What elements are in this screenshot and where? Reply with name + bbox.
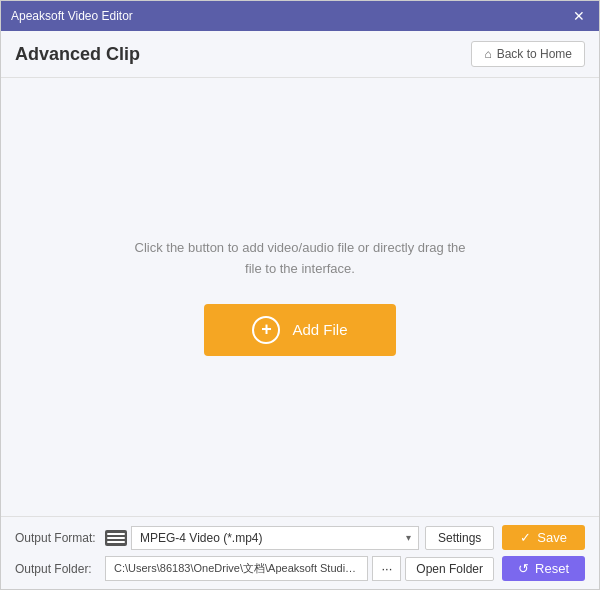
reset-button[interactable]: ↺ Reset [502, 556, 585, 581]
main-content-area: Click the button to add video/audio file… [1, 78, 599, 516]
dots-button[interactable]: ··· [372, 556, 401, 581]
reset-label: Reset [535, 561, 569, 576]
format-icon [105, 530, 127, 546]
format-select-wrapper: MPEG-4 Video (*.mp4) ▾ [105, 526, 419, 550]
output-folder-row: Output Folder: C:\Users\86183\OneDrive\文… [15, 556, 585, 581]
home-icon: ⌂ [484, 47, 491, 61]
settings-button[interactable]: Settings [425, 526, 494, 550]
plus-icon: + [252, 316, 280, 344]
open-folder-button[interactable]: Open Folder [405, 557, 494, 581]
close-button[interactable]: ✕ [569, 6, 589, 26]
back-to-home-button[interactable]: ⌂ Back to Home [471, 41, 585, 67]
app-window: Apeaksoft Video Editor ✕ Advanced Clip ⌂… [0, 0, 600, 590]
format-select-wrapper: MPEG-4 Video (*.mp4) ▾ [131, 526, 419, 550]
page-title: Advanced Clip [15, 44, 140, 65]
save-button[interactable]: ✓ Save [502, 525, 585, 550]
add-file-label: Add File [292, 321, 347, 338]
output-format-label: Output Format: [15, 531, 105, 545]
drop-hint-line2: file to the interface. [245, 261, 355, 276]
add-file-button[interactable]: + Add File [204, 304, 395, 356]
format-select[interactable]: MPEG-4 Video (*.mp4) [131, 526, 419, 550]
save-label: Save [537, 530, 567, 545]
back-to-home-label: Back to Home [497, 47, 572, 61]
drop-hint: Click the button to add video/audio file… [135, 238, 466, 280]
header: Advanced Clip ⌂ Back to Home [1, 31, 599, 78]
folder-path: C:\Users\86183\OneDrive\文档\Apeaksoft Stu… [105, 556, 368, 581]
drop-hint-line1: Click the button to add video/audio file… [135, 240, 466, 255]
bottom-bar: Output Format: MPEG-4 Video (*.mp4) ▾ Se… [1, 516, 599, 589]
output-folder-label: Output Folder: [15, 562, 105, 576]
title-bar: Apeaksoft Video Editor ✕ [1, 1, 599, 31]
reset-icon: ↺ [518, 561, 529, 576]
output-format-row: Output Format: MPEG-4 Video (*.mp4) ▾ Se… [15, 525, 585, 550]
window-title: Apeaksoft Video Editor [11, 9, 569, 23]
save-check-icon: ✓ [520, 530, 531, 545]
